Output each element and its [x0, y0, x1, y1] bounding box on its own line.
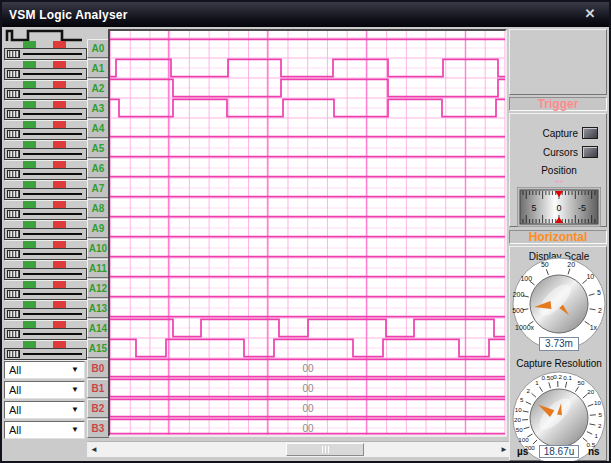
slider-track — [23, 313, 82, 315]
position-dial[interactable]: 50-5 — [517, 187, 601, 227]
channel-label-a13: A13 — [87, 299, 109, 318]
bus-value-text: 00 — [302, 403, 314, 414]
knob-scale-label: 200 — [513, 291, 525, 298]
channel-label-b3: B3 — [87, 419, 109, 438]
knob-scale-label: 100 — [520, 275, 532, 282]
channel-slider[interactable] — [4, 288, 87, 300]
channel-slider[interactable] — [4, 168, 87, 180]
slider-grip[interactable] — [7, 170, 20, 178]
channel-label-a12: A12 — [87, 279, 109, 298]
channel-label-a15: A15 — [87, 339, 109, 358]
bus-value-text: 00 — [302, 423, 314, 434]
channel-label-a11: A11 — [87, 259, 109, 278]
capture-resolution-value: 18.67u — [539, 445, 579, 458]
slider-grip[interactable] — [7, 250, 20, 258]
knob-scale-label: 1x — [590, 324, 598, 331]
slider-grip[interactable] — [7, 310, 20, 318]
green-indicator — [23, 341, 36, 348]
blank-panel — [509, 29, 607, 95]
waveform-plot-area[interactable]: 00000000 — [108, 29, 507, 437]
channel-slider[interactable] — [4, 48, 87, 60]
slider-grip[interactable] — [7, 350, 20, 358]
bus-value-text: 00 — [302, 363, 314, 374]
slider-grip[interactable] — [7, 210, 20, 218]
green-indicator — [23, 181, 36, 188]
channel-control-row — [4, 280, 87, 300]
horizontal-scrollbar[interactable]: ◄ ► — [87, 441, 511, 457]
red-indicator — [53, 161, 66, 168]
scrollbar-thumb[interactable] — [286, 443, 364, 456]
right-control-panel: Trigger Capture Cursors Position ↔ 50-5 … — [509, 29, 607, 461]
trigger-header-label: Trigger — [538, 97, 579, 111]
knob-scale-label: 2 — [526, 387, 530, 394]
channel-slider[interactable] — [4, 248, 87, 260]
channel-label-a8: A8 — [87, 199, 109, 218]
slider-grip[interactable] — [7, 110, 20, 118]
channel-label-a1: A1 — [87, 59, 109, 78]
channel-slider[interactable] — [4, 348, 87, 360]
vsm-logic-analyser-window: VSM Logic Analyser ✕ All▼All▼All▼All▼ A0… — [0, 0, 611, 463]
channel-label-a3: A3 — [87, 99, 109, 118]
red-indicator — [53, 181, 66, 188]
channel-label-a6: A6 — [87, 159, 109, 178]
capture-button[interactable] — [582, 127, 598, 139]
capture-resolution-label: Capture Resolution — [510, 358, 608, 369]
slider-grip[interactable] — [7, 190, 20, 198]
channel-slider[interactable] — [4, 88, 87, 100]
bus-filter-dropdown-b2[interactable]: All▼ — [4, 401, 85, 419]
close-icon[interactable]: ✕ — [581, 6, 599, 22]
channel-control-row — [4, 320, 87, 340]
knob-scale-label: 1000x — [515, 324, 535, 331]
channel-slider[interactable] — [4, 328, 87, 340]
title-bar[interactable]: VSM Logic Analyser — [2, 2, 609, 27]
channel-label-a7: A7 — [87, 179, 109, 198]
channel-control-row — [4, 340, 87, 360]
red-indicator — [53, 321, 66, 328]
red-indicator — [53, 141, 66, 148]
slider-grip[interactable] — [7, 330, 20, 338]
channel-slider[interactable] — [4, 308, 87, 320]
knob-scale-label: 100 — [518, 436, 529, 443]
bus-filter-dropdown-b3[interactable]: All▼ — [4, 421, 85, 439]
channel-slider[interactable] — [4, 128, 87, 140]
red-indicator — [53, 341, 66, 348]
dial-scale-label: 0 — [556, 203, 561, 213]
green-indicator — [23, 301, 36, 308]
slider-grip[interactable] — [7, 150, 20, 158]
bus-filter-dropdown-b1[interactable]: All▼ — [4, 381, 85, 399]
scroll-left-icon[interactable]: ◄ — [87, 442, 101, 457]
channel-control-row — [4, 220, 87, 240]
red-indicator — [53, 101, 66, 108]
slider-track — [23, 113, 82, 115]
channel-slider[interactable] — [4, 188, 87, 200]
dial-scale-label: 5 — [531, 203, 536, 213]
channel-label-a9: A9 — [87, 219, 109, 238]
green-indicator — [23, 81, 36, 88]
channel-label-a0: A0 — [87, 39, 109, 58]
channel-slider[interactable] — [4, 268, 87, 280]
slider-grip[interactable] — [7, 130, 20, 138]
knob-scale-label: 10 — [586, 273, 594, 280]
red-indicator — [53, 241, 66, 248]
bus-filter-value: All — [9, 404, 21, 416]
channel-slider[interactable] — [4, 228, 87, 240]
channel-slider[interactable] — [4, 68, 87, 80]
red-indicator — [53, 261, 66, 268]
slider-grip[interactable] — [7, 230, 20, 238]
channel-slider[interactable] — [4, 208, 87, 220]
window-title: VSM Logic Analyser — [2, 8, 128, 22]
cursors-button[interactable] — [582, 146, 598, 158]
red-indicator — [53, 301, 66, 308]
slider-grip[interactable] — [7, 50, 20, 58]
channel-slider[interactable] — [4, 148, 87, 160]
slider-grip[interactable] — [7, 290, 20, 298]
green-indicator — [23, 101, 36, 108]
slider-grip[interactable] — [7, 70, 20, 78]
slider-grip[interactable] — [7, 90, 20, 98]
green-indicator — [23, 221, 36, 228]
slider-grip[interactable] — [7, 270, 20, 278]
channel-control-row — [4, 80, 87, 100]
bus-filter-dropdown-b0[interactable]: All▼ — [4, 361, 85, 379]
bus-filter-value: All — [9, 364, 21, 376]
channel-slider[interactable] — [4, 108, 87, 120]
